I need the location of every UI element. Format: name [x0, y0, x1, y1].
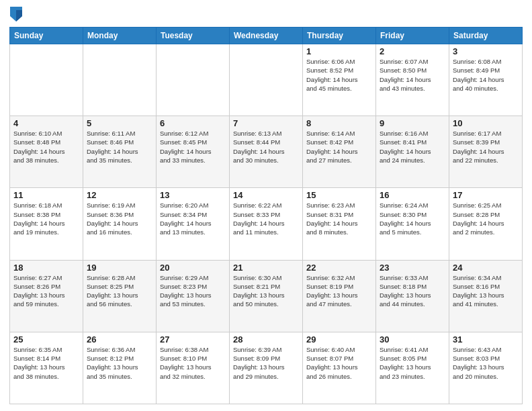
calendar-week-row: 18Sunrise: 6:27 AMSunset: 8:26 PMDayligh…: [10, 260, 523, 332]
day-info: Sunrise: 6:30 AMSunset: 8:21 PMDaylight:…: [233, 273, 299, 309]
calendar-day-cell: 20Sunrise: 6:29 AMSunset: 8:23 PMDayligh…: [157, 260, 230, 332]
day-info: Sunrise: 6:34 AMSunset: 8:16 PMDaylight:…: [453, 273, 519, 309]
day-info: Sunrise: 6:38 AMSunset: 8:10 PMDaylight:…: [160, 345, 226, 381]
day-number: 7: [233, 118, 299, 128]
calendar: SundayMondayTuesdayWednesdayThursdayFrid…: [9, 27, 523, 404]
day-info: Sunrise: 6:41 AMSunset: 8:05 PMDaylight:…: [380, 345, 445, 381]
calendar-day-cell: 5Sunrise: 6:11 AMSunset: 8:46 PMDaylight…: [83, 116, 157, 188]
day-info: Sunrise: 6:33 AMSunset: 8:18 PMDaylight:…: [380, 273, 445, 309]
day-info: Sunrise: 6:22 AMSunset: 8:33 PMDaylight:…: [233, 201, 299, 236]
weekday-header-cell: Wednesday: [230, 28, 303, 44]
day-info: Sunrise: 6:08 AMSunset: 8:49 PMDaylight:…: [453, 57, 519, 93]
day-info: Sunrise: 6:40 AMSunset: 8:07 PMDaylight:…: [306, 345, 372, 381]
calendar-week-row: 25Sunrise: 6:35 AMSunset: 8:14 PMDayligh…: [10, 332, 523, 404]
calendar-day-cell: 15Sunrise: 6:23 AMSunset: 8:31 PMDayligh…: [303, 188, 376, 260]
calendar-week-row: 4Sunrise: 6:10 AMSunset: 8:48 PMDaylight…: [10, 116, 523, 188]
day-number: 6: [160, 118, 226, 128]
day-info: Sunrise: 6:24 AMSunset: 8:30 PMDaylight:…: [380, 201, 445, 236]
day-info: Sunrise: 6:29 AMSunset: 8:23 PMDaylight:…: [160, 273, 226, 309]
day-info: Sunrise: 6:18 AMSunset: 8:38 PMDaylight:…: [13, 201, 79, 236]
weekday-header-cell: Monday: [83, 28, 157, 44]
calendar-day-cell: 10Sunrise: 6:17 AMSunset: 8:39 PMDayligh…: [449, 116, 523, 188]
day-number: 26: [87, 334, 152, 345]
day-info: Sunrise: 6:11 AMSunset: 8:46 PMDaylight:…: [87, 129, 152, 165]
day-info: Sunrise: 6:23 AMSunset: 8:31 PMDaylight:…: [306, 201, 372, 236]
day-info: Sunrise: 6:20 AMSunset: 8:34 PMDaylight:…: [160, 201, 226, 236]
weekday-header-row: SundayMondayTuesdayWednesdayThursdayFrid…: [10, 28, 523, 44]
day-info: Sunrise: 6:10 AMSunset: 8:48 PMDaylight:…: [13, 129, 79, 165]
weekday-header-cell: Friday: [376, 28, 449, 44]
day-number: 17: [453, 190, 519, 200]
calendar-day-cell: 16Sunrise: 6:24 AMSunset: 8:30 PMDayligh…: [376, 188, 449, 260]
day-number: 16: [380, 190, 445, 200]
calendar-week-row: 1Sunrise: 6:06 AMSunset: 8:52 PMDaylight…: [10, 44, 523, 116]
day-number: 31: [453, 334, 519, 345]
calendar-day-cell: 28Sunrise: 6:39 AMSunset: 8:09 PMDayligh…: [230, 332, 303, 404]
calendar-day-cell: 12Sunrise: 6:19 AMSunset: 8:36 PMDayligh…: [83, 188, 157, 260]
calendar-day-cell: 2Sunrise: 6:07 AMSunset: 8:50 PMDaylight…: [376, 44, 449, 116]
calendar-week-row: 11Sunrise: 6:18 AMSunset: 8:38 PMDayligh…: [10, 188, 523, 260]
day-number: 5: [87, 118, 152, 128]
day-info: Sunrise: 6:36 AMSunset: 8:12 PMDaylight:…: [87, 345, 152, 381]
calendar-day-cell: 31Sunrise: 6:43 AMSunset: 8:03 PMDayligh…: [449, 332, 523, 404]
day-number: 20: [160, 263, 226, 273]
calendar-day-cell: 25Sunrise: 6:35 AMSunset: 8:14 PMDayligh…: [10, 332, 83, 404]
day-info: Sunrise: 6:19 AMSunset: 8:36 PMDaylight:…: [87, 201, 152, 236]
day-number: 9: [380, 118, 445, 128]
day-info: Sunrise: 6:06 AMSunset: 8:52 PMDaylight:…: [306, 57, 372, 93]
calendar-day-cell: 21Sunrise: 6:30 AMSunset: 8:21 PMDayligh…: [230, 260, 303, 332]
calendar-day-cell: 30Sunrise: 6:41 AMSunset: 8:05 PMDayligh…: [376, 332, 449, 404]
day-number: 3: [453, 46, 519, 56]
calendar-body: 1Sunrise: 6:06 AMSunset: 8:52 PMDaylight…: [10, 44, 523, 404]
weekday-header-cell: Sunday: [10, 28, 83, 44]
day-info: Sunrise: 6:13 AMSunset: 8:44 PMDaylight:…: [233, 129, 299, 165]
calendar-day-cell: 9Sunrise: 6:16 AMSunset: 8:41 PMDaylight…: [376, 116, 449, 188]
day-number: 15: [306, 190, 372, 200]
day-number: 22: [306, 263, 372, 273]
weekday-header-cell: Tuesday: [157, 28, 230, 44]
day-info: Sunrise: 6:17 AMSunset: 8:39 PMDaylight:…: [453, 129, 519, 165]
day-info: Sunrise: 6:35 AMSunset: 8:14 PMDaylight:…: [13, 345, 79, 381]
calendar-day-cell: 19Sunrise: 6:28 AMSunset: 8:25 PMDayligh…: [83, 260, 157, 332]
calendar-day-cell: 17Sunrise: 6:25 AMSunset: 8:28 PMDayligh…: [449, 188, 523, 260]
page-container: SundayMondayTuesdayWednesdayThursdayFrid…: [0, 0, 532, 411]
calendar-day-cell: 29Sunrise: 6:40 AMSunset: 8:07 PMDayligh…: [303, 332, 376, 404]
calendar-day-cell: [230, 44, 303, 116]
calendar-day-cell: 11Sunrise: 6:18 AMSunset: 8:38 PMDayligh…: [10, 188, 83, 260]
calendar-day-cell: [83, 44, 157, 116]
day-number: 27: [160, 334, 226, 345]
day-info: Sunrise: 6:12 AMSunset: 8:45 PMDaylight:…: [160, 129, 226, 165]
day-info: Sunrise: 6:25 AMSunset: 8:28 PMDaylight:…: [453, 201, 519, 236]
day-number: 1: [306, 46, 372, 56]
day-number: 24: [453, 263, 519, 273]
calendar-day-cell: [157, 44, 230, 116]
day-number: 12: [87, 190, 152, 200]
day-number: 23: [380, 263, 445, 273]
calendar-day-cell: 24Sunrise: 6:34 AMSunset: 8:16 PMDayligh…: [449, 260, 523, 332]
calendar-day-cell: 4Sunrise: 6:10 AMSunset: 8:48 PMDaylight…: [10, 116, 83, 188]
day-info: Sunrise: 6:43 AMSunset: 8:03 PMDaylight:…: [453, 345, 519, 381]
svg-marker-1: [16, 10, 22, 21]
day-info: Sunrise: 6:28 AMSunset: 8:25 PMDaylight:…: [87, 273, 152, 309]
calendar-day-cell: 1Sunrise: 6:06 AMSunset: 8:52 PMDaylight…: [303, 44, 376, 116]
day-info: Sunrise: 6:32 AMSunset: 8:19 PMDaylight:…: [306, 273, 372, 309]
day-number: 28: [233, 334, 299, 345]
day-info: Sunrise: 6:16 AMSunset: 8:41 PMDaylight:…: [380, 129, 445, 165]
weekday-header-cell: Saturday: [449, 28, 523, 44]
day-info: Sunrise: 6:14 AMSunset: 8:42 PMDaylight:…: [306, 129, 372, 165]
day-number: 29: [306, 334, 372, 345]
day-number: 10: [453, 118, 519, 128]
day-number: 2: [380, 46, 445, 56]
calendar-day-cell: 26Sunrise: 6:36 AMSunset: 8:12 PMDayligh…: [83, 332, 157, 404]
day-number: 14: [233, 190, 299, 200]
day-info: Sunrise: 6:07 AMSunset: 8:50 PMDaylight:…: [380, 57, 445, 93]
day-number: 8: [306, 118, 372, 128]
day-info: Sunrise: 6:39 AMSunset: 8:09 PMDaylight:…: [233, 345, 299, 381]
weekday-header-cell: Thursday: [303, 28, 376, 44]
calendar-day-cell: 27Sunrise: 6:38 AMSunset: 8:10 PMDayligh…: [157, 332, 230, 404]
day-number: 25: [13, 334, 79, 345]
calendar-day-cell: 22Sunrise: 6:32 AMSunset: 8:19 PMDayligh…: [303, 260, 376, 332]
calendar-day-cell: 6Sunrise: 6:12 AMSunset: 8:45 PMDaylight…: [157, 116, 230, 188]
logo: [9, 7, 24, 21]
day-number: 21: [233, 263, 299, 273]
